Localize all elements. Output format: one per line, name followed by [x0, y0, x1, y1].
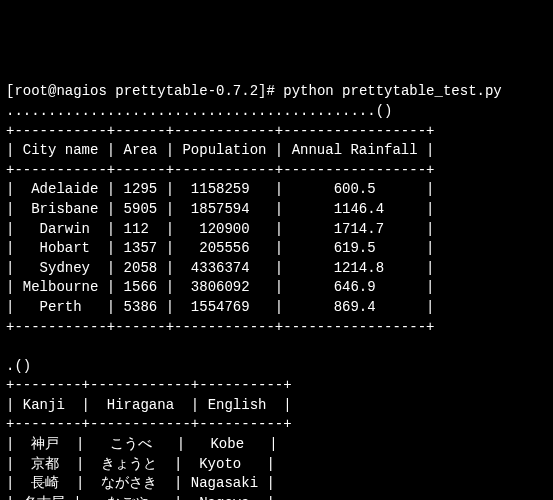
prompt-host: nagios [56, 83, 106, 99]
table-row: | Melbourne | 1566 | 3806092 | 646.9 | [6, 279, 434, 295]
table-row: | Perth | 5386 | 1554769 | 869.4 | [6, 299, 434, 315]
table1-border-mid: +-----------+------+------------+-------… [6, 162, 434, 178]
table-row: | 神戸 | こうべ | Kobe | [6, 436, 278, 452]
table-row: | Sydney | 2058 | 4336374 | 1214.8 | [6, 260, 434, 276]
command-text: python prettytable_test.py [283, 83, 501, 99]
prompt-cwd: prettytable-0.7.2 [115, 83, 258, 99]
prompt-user: root [14, 83, 48, 99]
prompt-char: # [266, 83, 274, 99]
table-row: | Brisbane | 5905 | 1857594 | 1146.4 | [6, 201, 434, 217]
table2-border-mid: +--------+------------+----------+ [6, 416, 292, 432]
terminal-output: [root@nagios prettytable-0.7.2]# python … [0, 78, 553, 500]
prompt-line: [root@nagios prettytable-0.7.2]# python … [6, 83, 502, 99]
table2-header: | Kanji | Hiragana | English | [6, 397, 292, 413]
table-row: | 長崎 | ながさき | Nagasaki | [6, 475, 275, 491]
table-row: | Darwin | 112 | 120900 | 1714.7 | [6, 221, 434, 237]
dots-line: ........................................… [6, 103, 392, 119]
table-row: | 京都 | きょうと | Kyoto | [6, 456, 275, 472]
table1-header: | City name | Area | Population | Annual… [6, 142, 434, 158]
table-row: | Hobart | 1357 | 205556 | 619.5 | [6, 240, 434, 256]
table2-border-top: +--------+------------+----------+ [6, 377, 292, 393]
table1-border-top: +-----------+------+------------+-------… [6, 123, 434, 139]
table-row: | 名古屋 | なごや | Nagoya | [6, 495, 275, 500]
table1-border-bot: +-----------+------+------------+-------… [6, 319, 434, 335]
between-tables: .() [6, 358, 31, 374]
table-row: | Adelaide | 1295 | 1158259 | 600.5 | [6, 181, 434, 197]
